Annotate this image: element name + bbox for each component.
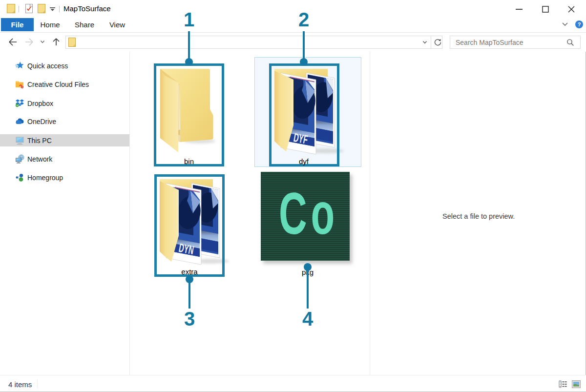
svg-text:?: ? — [578, 21, 581, 27]
svg-text:Co: Co — [279, 180, 338, 247]
